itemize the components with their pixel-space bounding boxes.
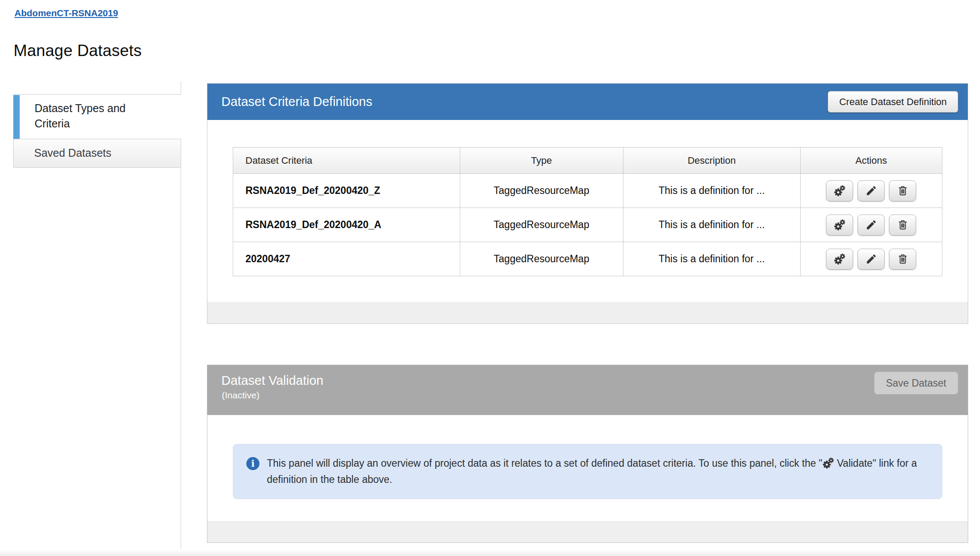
validate-definition-button[interactable] [826, 215, 853, 236]
gears-icon [822, 457, 834, 469]
pencil-icon [865, 185, 877, 197]
edit-definition-button[interactable] [858, 215, 885, 236]
dataset-criteria-definitions-panel: Dataset Criteria Definitions Create Data… [207, 83, 968, 324]
trash-icon [897, 185, 909, 197]
delete-definition-button[interactable] [889, 180, 916, 201]
save-dataset-button[interactable]: Save Dataset [874, 372, 958, 394]
validate-definition-button[interactable] [826, 180, 853, 201]
page-title: Manage Datasets [14, 42, 142, 60]
sidebar-tab-dataset-types-and-criteria[interactable]: Dataset Types and Criteria [13, 95, 181, 139]
criteria-name-cell: RSNA2019_Def_20200420_A [233, 208, 460, 242]
criteria-description-cell: This is a definition for ... [623, 242, 800, 276]
validation-info-alert: i This panel will display an overview of… [233, 444, 942, 499]
criteria-description-cell: This is a definition for ... [623, 208, 800, 242]
manage-datasets-page: AbdomenCT-RSNA2019 Manage Datasets Datas… [0, 0, 980, 556]
criteria-table: Dataset Criteria Type Description Action… [233, 147, 942, 276]
delete-definition-button[interactable] [889, 249, 916, 270]
gears-icon [834, 219, 846, 231]
validation-panel-footer [207, 521, 968, 542]
table-row: RSNA2019_Def_20200420_Z TaggedResourceMa… [233, 174, 942, 208]
delete-definition-button[interactable] [889, 215, 916, 236]
trash-icon [897, 253, 909, 265]
validation-panel-header: Dataset Validation (Inactive) Save Datas… [207, 365, 968, 415]
create-dataset-definition-button[interactable]: Create Dataset Definition [828, 91, 958, 113]
trash-icon [897, 219, 909, 231]
criteria-actions-cell [800, 242, 942, 276]
criteria-panel-footer [207, 303, 968, 324]
criteria-name-cell: 20200427 [233, 242, 460, 276]
criteria-description-cell: This is a definition for ... [623, 174, 800, 208]
sidebar-tab-saved-datasets[interactable]: Saved Datasets [13, 139, 181, 168]
alert-text-before: This panel will display an overview of p… [267, 457, 822, 469]
sidebar-tab-label: Dataset Types and Criteria [20, 95, 129, 131]
table-row: 20200427 TaggedResourceMap This is a def… [233, 242, 942, 276]
dataset-validation-panel: Dataset Validation (Inactive) Save Datas… [207, 365, 968, 543]
criteria-panel-header: Dataset Criteria Definitions Create Data… [207, 84, 968, 120]
criteria-table-header-row: Dataset Criteria Type Description Action… [233, 148, 942, 174]
table-row: RSNA2019_Def_20200420_A TaggedResourceMa… [233, 208, 942, 242]
criteria-actions-cell [800, 208, 942, 242]
criteria-type-cell: TaggedResourceMap [460, 174, 623, 208]
criteria-actions-cell [800, 174, 942, 208]
sidebar-right-divider [181, 168, 181, 556]
criteria-panel-title: Dataset Criteria Definitions [221, 84, 372, 120]
gears-icon [834, 253, 846, 265]
sidebar-tab-label: Saved Datasets [14, 139, 181, 167]
pencil-icon [865, 253, 877, 265]
column-header-type: Type [460, 148, 623, 174]
active-tab-accent-bar [14, 95, 20, 139]
column-header-actions: Actions [800, 148, 942, 174]
sidebar-top-filler [13, 81, 181, 95]
column-header-dataset-criteria: Dataset Criteria [233, 148, 460, 174]
edit-definition-button[interactable] [858, 180, 885, 201]
info-circle-icon: i [246, 457, 259, 470]
criteria-type-cell: TaggedResourceMap [460, 208, 623, 242]
page-bottom-gradient [0, 549, 980, 556]
validate-definition-button[interactable] [826, 249, 853, 270]
validation-info-text: This panel will display an overview of p… [246, 455, 929, 488]
criteria-type-cell: TaggedResourceMap [460, 242, 623, 276]
validation-panel-title: Dataset Validation [221, 373, 323, 388]
column-header-description: Description [623, 148, 800, 174]
edit-definition-button[interactable] [858, 249, 885, 270]
pencil-icon [865, 219, 877, 231]
criteria-name-cell: RSNA2019_Def_20200420_Z [233, 174, 460, 208]
breadcrumb-project-link[interactable]: AbdomenCT-RSNA2019 [14, 8, 118, 18]
validation-panel-status: (Inactive) [222, 390, 259, 401]
gears-icon [834, 185, 846, 197]
